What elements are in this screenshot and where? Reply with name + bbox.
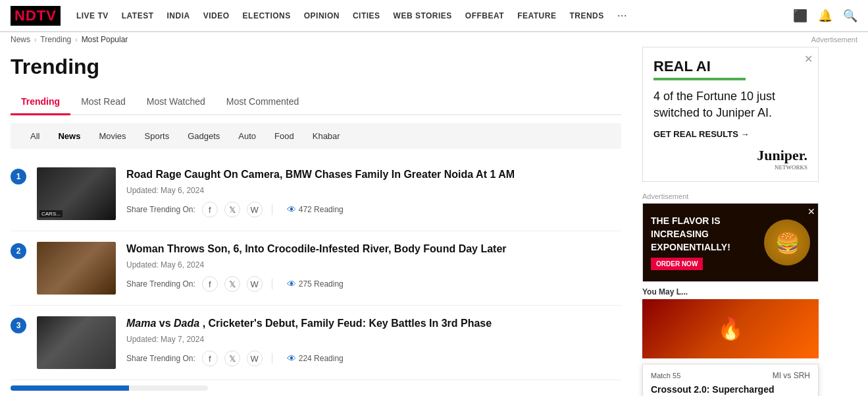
share-label-2: Share Trending On: [126, 279, 195, 289]
nav-trends[interactable]: TRENDS [569, 11, 603, 20]
article-share-3: Share Trending On: f 𝕏 W 👁 224 Reading [126, 351, 621, 366]
you-may-image-placeholder: 🔥 [642, 299, 819, 358]
more-nav-button[interactable]: ··· [617, 9, 627, 22]
article-share-1: Share Trending On: f 𝕏 W 👁 472 Reading [126, 202, 621, 217]
filter-bar: All News Movies Sports Gadgets Auto Food… [11, 123, 621, 149]
nav-web-stories[interactable]: WEB STORIES [394, 11, 452, 20]
bell-icon[interactable]: 🔔 [818, 9, 832, 23]
filter-movies[interactable]: Movies [89, 128, 135, 144]
filter-news[interactable]: News [49, 128, 89, 144]
reading-count-2: 👁 275 Reading [287, 279, 344, 289]
main-layout: Trending Trending Most Read Most Watched… [0, 47, 868, 396]
reading-count-1: 👁 472 Reading [287, 204, 344, 215]
breadcrumb-trending[interactable]: Trending [40, 35, 71, 44]
ad2-order-button[interactable]: ORDER NOW [651, 258, 703, 270]
nav-live-tv[interactable]: LIVE TV [76, 11, 109, 20]
filter-gadgets[interactable]: Gadgets [178, 128, 229, 144]
article-thumbnail-3[interactable] [37, 316, 116, 369]
logo[interactable]: NDTV [11, 6, 61, 26]
juniper-logo-text: Juniper. [757, 147, 807, 163]
article-number-2: 2 [11, 243, 26, 259]
burger-icon: 🍔 [764, 219, 810, 266]
header-icons: ⬛ 🔔 🔍 [793, 9, 857, 23]
sidebar-ad2-label: Advertisement [642, 192, 819, 200]
article-title-rest: , Cricketer's Debut, Family Feud: Key Ba… [203, 318, 492, 329]
facebook-share-1[interactable]: f [202, 202, 218, 217]
nav-offbeat[interactable]: OFFBEAT [465, 11, 504, 20]
ad2-line1: THE FLAVOR IS [651, 215, 759, 228]
ad1-logo: Juniper. NETWORKS [653, 147, 807, 171]
close-ad-2-icon[interactable]: ✕ [807, 206, 815, 217]
facebook-share-3[interactable]: f [202, 351, 218, 366]
you-may-image: 🔥 [642, 299, 819, 358]
article-title-3[interactable]: Mama vs Dada , Cricketer's Debut, Family… [126, 316, 621, 331]
whatsapp-share-2[interactable]: W [247, 276, 263, 292]
tab-most-commented[interactable]: Most Commented [216, 90, 309, 114]
filter-all[interactable]: All [21, 128, 49, 144]
twitter-share-1[interactable]: 𝕏 [224, 202, 240, 217]
article-body-1: Road Rage Caught On Camera, BMW Chases F… [126, 167, 621, 217]
tab-most-read[interactable]: Most Read [70, 90, 136, 114]
main-nav: LIVE TV LATEST INDIA VIDEO ELECTIONS OPI… [76, 9, 793, 22]
close-ad-1-icon[interactable]: ✕ [804, 53, 813, 65]
ad1-cta[interactable]: GET REAL RESULTS → [653, 129, 807, 139]
eye-icon-2: 👁 [287, 279, 296, 289]
nav-india[interactable]: INDIA [167, 11, 190, 20]
article-number-1: 1 [11, 169, 26, 184]
article-thumbnail-2[interactable] [37, 242, 116, 295]
you-may-label: You May L... [642, 287, 688, 297]
nav-latest[interactable]: LATEST [122, 11, 154, 20]
tabs-bar: Trending Most Read Most Watched Most Com… [11, 90, 621, 115]
you-may-section: You May L... 🔥 [642, 287, 819, 358]
nav-video[interactable]: VIDEO [203, 11, 230, 20]
article-title-1[interactable]: Road Rage Caught On Camera, BMW Chases F… [126, 167, 621, 182]
eye-icon-1: 👁 [287, 204, 296, 215]
tv-icon[interactable]: ⬛ [793, 9, 807, 23]
ad1-green-bar [653, 78, 746, 80]
article-title-2[interactable]: Woman Throws Son, 6, Into Crocodile-Infe… [126, 242, 621, 256]
twitter-share-3[interactable]: 𝕏 [224, 351, 240, 366]
filter-sports[interactable]: Sports [136, 128, 179, 144]
share-divider-3 [272, 353, 272, 364]
whatsapp-share-1[interactable]: W [247, 202, 263, 217]
flame-icon: 🔥 [717, 316, 744, 341]
article-item: 1 Road Rage Caught On Camera, BMW Chases… [11, 157, 621, 231]
article-title-em-mama: Mama [126, 318, 156, 329]
reading-count-3: 👁 224 Reading [287, 353, 344, 364]
match-header: Match 55 MI vs SRH [651, 371, 810, 380]
nav-opinion[interactable]: OPINION [304, 11, 340, 20]
article-thumbnail-1[interactable] [37, 167, 116, 220]
article-title-vs: vs [159, 318, 174, 329]
nav-feature[interactable]: FEATURE [517, 11, 556, 20]
breadcrumb-news[interactable]: News [11, 35, 30, 44]
article-item: 2 Woman Throws Son, 6, Into Crocodile-In… [11, 231, 621, 306]
filter-food[interactable]: Food [265, 128, 303, 144]
header: NDTV LIVE TV LATEST INDIA VIDEO ELECTION… [0, 0, 868, 32]
match-label: Match 55 [651, 372, 680, 380]
share-divider-2 [272, 279, 272, 289]
ad2-line3: EXPONENTIALLY! [651, 241, 759, 254]
article-body-2: Woman Throws Son, 6, Into Crocodile-Infe… [126, 242, 621, 292]
tab-trending[interactable]: Trending [11, 90, 70, 115]
filter-khabar[interactable]: Khabar [303, 128, 349, 144]
article-title-em-dada: Dada [174, 318, 199, 329]
nav-cities[interactable]: CITIES [353, 11, 380, 20]
crossout-title: Crossout 2.0: Supercharged [651, 384, 810, 395]
eye-icon-3: 👁 [287, 353, 296, 364]
whatsapp-share-3[interactable]: W [247, 351, 263, 366]
facebook-share-2[interactable]: f [202, 276, 218, 292]
share-label-1: Share Trending On: [126, 205, 195, 214]
twitter-share-2[interactable]: 𝕏 [224, 276, 240, 292]
ad2-text: THE FLAVOR IS INCREASING EXPONENTIALLY! … [651, 215, 759, 270]
article-date-3: Updated: May 7, 2024 [126, 335, 621, 344]
match-popup: Match 55 MI vs SRH Crossout 2.0: Superch… [642, 364, 819, 396]
filter-auto[interactable]: Auto [229, 128, 265, 144]
search-icon[interactable]: 🔍 [843, 9, 857, 23]
ad-label-top: Advertisement [811, 36, 857, 43]
tab-most-watched[interactable]: Most Watched [136, 90, 216, 114]
sidebar-ad-2: ✕ THE FLAVOR IS INCREASING EXPONENTIALLY… [642, 203, 819, 282]
article-share-2: Share Trending On: f 𝕏 W 👁 275 Reading [126, 276, 621, 292]
nav-elections[interactable]: ELECTIONS [243, 11, 291, 20]
article-item: 3 Mama vs Dada , Cricketer's Debut, Fami… [11, 306, 621, 380]
share-divider-1 [272, 204, 272, 215]
